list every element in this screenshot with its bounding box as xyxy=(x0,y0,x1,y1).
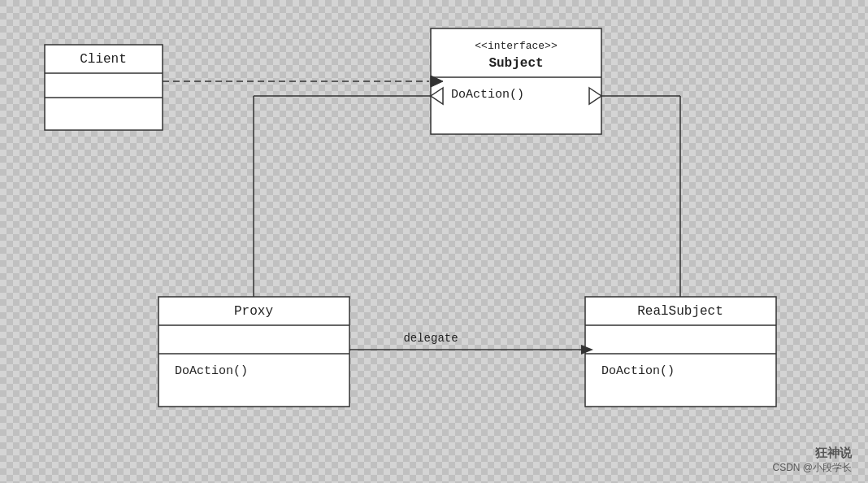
subject-class: <<interface>> Subject DoAction() xyxy=(431,28,601,134)
diagram-container: Client <<interface>> Subject DoAction() xyxy=(0,0,868,483)
proxy-class: Proxy DoAction() xyxy=(158,297,349,407)
uml-diagram: Client <<interface>> Subject DoAction() xyxy=(0,0,868,483)
realsubject-method: DoAction() xyxy=(601,364,675,378)
realsubject-label: RealSubject xyxy=(637,304,723,319)
subject-label: Subject xyxy=(488,56,543,71)
watermark-sub: CSDN @小段学长 xyxy=(772,461,852,475)
proxy-label: Proxy xyxy=(234,304,273,319)
client-label: Client xyxy=(80,52,127,67)
client-class: Client xyxy=(45,45,163,130)
subject-stereotype: <<interface>> xyxy=(475,40,558,52)
subject-method: DoAction() xyxy=(451,88,524,102)
watermark: 狂神说 CSDN @小段学长 xyxy=(772,446,852,475)
realsubject-class: RealSubject DoAction() xyxy=(585,297,776,407)
proxy-method: DoAction() xyxy=(175,364,248,378)
delegate-label: delegate xyxy=(403,332,458,345)
watermark-brand: 狂神说 xyxy=(772,446,852,461)
